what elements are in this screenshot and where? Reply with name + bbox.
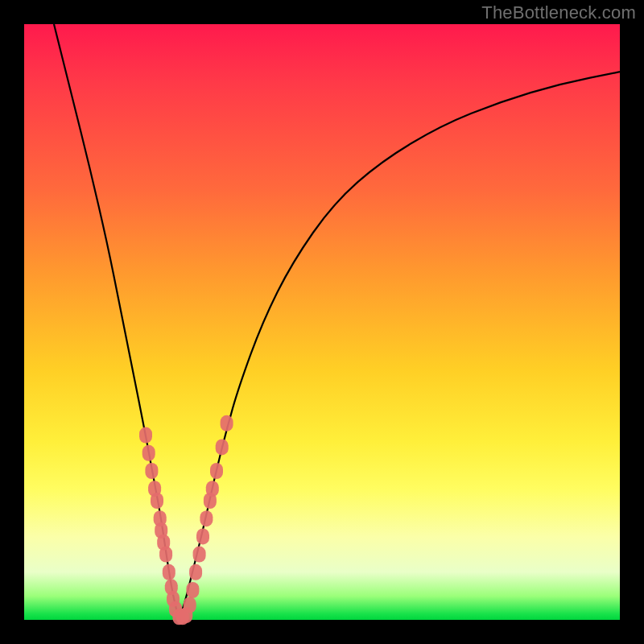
chart-svg	[24, 24, 620, 620]
plot-area	[24, 24, 620, 620]
bottleneck-curve	[54, 24, 620, 615]
data-marker	[221, 415, 233, 431]
data-marker	[193, 547, 206, 563]
chart-frame: TheBottleneck.com	[0, 0, 644, 644]
data-marker	[186, 582, 199, 598]
data-marker	[151, 493, 163, 509]
data-marker	[163, 564, 175, 580]
data-marker	[196, 528, 209, 544]
data-marker	[145, 463, 158, 479]
data-marker	[206, 481, 219, 497]
data-marker	[210, 463, 223, 479]
data-marker	[139, 427, 152, 444]
data-marker	[216, 439, 229, 455]
data-marker	[200, 510, 213, 526]
watermark-text: TheBottleneck.com	[481, 2, 636, 23]
data-marker	[142, 445, 155, 461]
data-marker	[189, 564, 202, 580]
data-marker	[184, 597, 196, 613]
data-marker	[159, 547, 172, 563]
